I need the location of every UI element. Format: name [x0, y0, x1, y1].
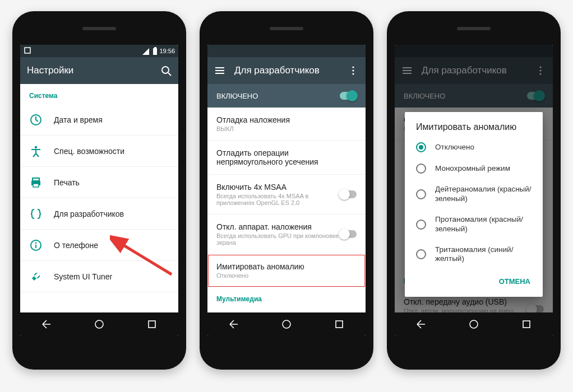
dialog-option-3[interactable]: Протаномалия (красный/зеленый): [405, 209, 543, 240]
section-header-multimedia: Мультимедиа: [207, 287, 366, 307]
info-icon: [29, 239, 43, 252]
dialog-option-0[interactable]: Отключено: [405, 137, 543, 158]
item-primary: Отладка наложения: [216, 115, 357, 124]
devopt-item[interactable]: Откл. передачу аудио (USB) Откл. автом. …: [207, 307, 366, 312]
more-icon[interactable]: [348, 65, 359, 76]
item-primary: Имитировать аномалию: [216, 262, 357, 271]
dialog-option-label: Дейтераномалия (красный/зеленый): [435, 185, 532, 204]
item-toggle[interactable]: [340, 190, 357, 198]
radio-icon: [416, 249, 426, 259]
item-primary: Включить 4x MSAA: [216, 183, 340, 192]
statusbar: [207, 45, 366, 57]
navbar: [395, 312, 553, 336]
statusbar: 19:56: [20, 45, 178, 57]
menu-icon[interactable]: [214, 65, 225, 76]
settings-item-clock[interactable]: Дата и время: [20, 104, 178, 136]
dialog-option-4[interactable]: Тританомалия (синий/желтый): [405, 240, 543, 270]
dialog-option-label: Отключено: [435, 143, 474, 152]
devopt-item[interactable]: Откл. аппарат. наложения Всегда использо…: [207, 214, 366, 254]
page-title: Для разработчиков: [234, 65, 339, 76]
clock-icon: [29, 113, 43, 127]
nav-recent-icon[interactable]: [147, 319, 157, 329]
screenshot-icon: [24, 46, 31, 54]
toolbar: Для разработчиков: [207, 57, 366, 84]
phone-1: 19:56 Настройки Система Дата и время Спе…: [12, 11, 186, 370]
nav-back-icon[interactable]: [41, 319, 52, 329]
item-label: О телефоне: [54, 241, 169, 250]
dialog-option-label: Монохромный режим: [435, 164, 510, 174]
settings-item-accessibility[interactable]: Спец. возможности: [20, 136, 178, 167]
navbar: [20, 312, 178, 336]
nav-recent-icon[interactable]: [334, 319, 344, 329]
screen-2: Для разработчиков ВКЛЮЧЕНО Отладка налож…: [207, 45, 366, 336]
dialog-option-2[interactable]: Дейтераномалия (красный/зеленый): [405, 179, 543, 209]
settings-item-print[interactable]: Печать: [20, 167, 178, 198]
nav-back-icon[interactable]: [229, 319, 239, 329]
devopt-item[interactable]: Включить 4x MSAA Всегда использовать 4x …: [207, 175, 366, 214]
signal-icon: [141, 47, 149, 55]
devoptions-list[interactable]: Отладка наложения ВЫКЛ Отладить операции…: [207, 108, 366, 312]
search-icon[interactable]: [160, 65, 172, 76]
settings-list[interactable]: Система Дата и время Спец. возможности П…: [20, 84, 178, 312]
nav-recent-icon[interactable]: [521, 319, 532, 329]
item-secondary: ВЫКЛ: [216, 125, 357, 132]
radio-icon: [416, 142, 426, 152]
item-toggle[interactable]: [340, 230, 357, 238]
item-secondary: Всегда использовать 4x MSAA в приложения…: [216, 193, 340, 206]
dialog-option-label: Протаномалия (красный/зеленый): [435, 215, 532, 234]
screen-3: Для разработчиков ВКЛЮЧЕНО Отладка налож…: [395, 45, 553, 336]
phone-3: Для разработчиков ВКЛЮЧЕНО Отладка налож…: [387, 11, 561, 370]
clock-text: 19:56: [159, 48, 175, 54]
toolbar: Настройки: [20, 57, 178, 84]
settings-item-wrench[interactable]: System UI Tuner: [20, 261, 178, 292]
print-icon: [29, 176, 43, 189]
item-primary: Откл. аппарат. наложения: [216, 222, 340, 231]
accessibility-icon: [29, 144, 43, 158]
devopt-item[interactable]: Отладка наложения ВЫКЛ: [207, 108, 366, 141]
master-switch-bar[interactable]: ВКЛЮЧЕНО: [207, 84, 366, 108]
page-title: Настройки: [27, 65, 151, 76]
radio-icon: [416, 220, 426, 230]
settings-item-braces[interactable]: Для разработчиков: [20, 198, 178, 230]
master-switch-label: ВКЛЮЧЕНО: [216, 92, 258, 100]
phone-2: Для разработчиков ВКЛЮЧЕНО Отладка налож…: [200, 11, 373, 370]
item-secondary: Отключено: [216, 272, 357, 279]
item-label: Дата и время: [54, 115, 169, 124]
item-primary: Отладить операции непрямоугольного усече…: [216, 148, 357, 166]
item-secondary: Всегда использовать GPU при компоновке э…: [216, 232, 340, 246]
nav-home-icon[interactable]: [281, 319, 292, 329]
nav-back-icon[interactable]: [416, 319, 426, 329]
dialog: Имитировать аномалию Отключено Монохромн…: [405, 112, 543, 297]
cancel-button[interactable]: ОТМЕНА: [492, 273, 537, 290]
devopt-item[interactable]: Имитировать аномалию Отключено: [207, 254, 366, 287]
devopt-item[interactable]: Отладить операции непрямоугольного усече…: [207, 141, 366, 175]
dialog-option-label: Тританомалия (синий/желтый): [435, 245, 532, 264]
master-switch-toggle[interactable]: [340, 92, 357, 100]
settings-item-info[interactable]: О телефоне: [20, 230, 178, 261]
dialog-actions: ОТМЕНА: [405, 269, 543, 293]
item-label: Печать: [54, 178, 169, 187]
braces-icon: [29, 207, 43, 221]
navbar: [207, 312, 366, 336]
item-label: Спец. возможности: [54, 147, 169, 156]
item-label: Для разработчиков: [54, 209, 169, 218]
radio-icon: [416, 189, 426, 199]
nav-home-icon[interactable]: [94, 319, 104, 329]
nav-home-icon[interactable]: [469, 319, 479, 329]
dialog-title: Имитировать аномалию: [405, 122, 543, 137]
section-header-system: Система: [20, 84, 178, 104]
wrench-icon: [29, 270, 43, 283]
battery-icon: [151, 47, 157, 55]
screen-1: 19:56 Настройки Система Дата и время Спе…: [20, 45, 178, 336]
dialog-option-1[interactable]: Монохромный режим: [405, 158, 543, 179]
item-label: System UI Tuner: [54, 272, 169, 281]
radio-icon: [416, 164, 426, 174]
